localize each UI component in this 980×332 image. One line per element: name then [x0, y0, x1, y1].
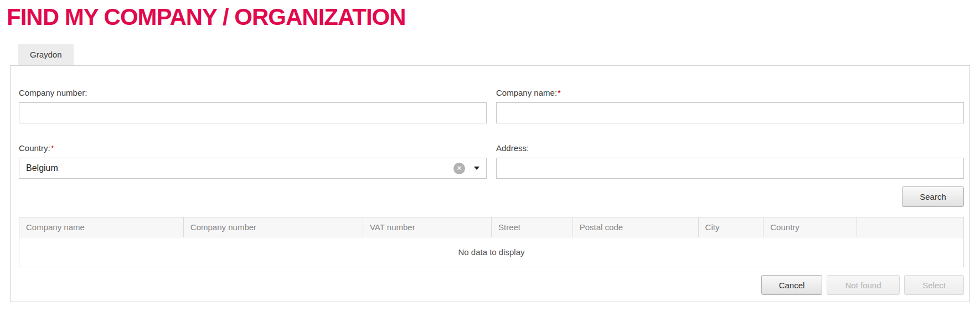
- country-label: Country:*: [19, 143, 487, 153]
- required-asterisk: *: [558, 88, 561, 97]
- field-company-name: Company name:*: [496, 88, 964, 123]
- column-header-company-name[interactable]: Company name: [19, 217, 184, 237]
- results-table: Company name Company number VAT number S…: [19, 217, 964, 267]
- empty-results-row: No data to display: [19, 237, 964, 267]
- field-address: Address:: [496, 143, 964, 179]
- cancel-button[interactable]: Cancel: [761, 275, 822, 295]
- required-asterisk: *: [51, 143, 54, 153]
- select-button[interactable]: Select: [904, 275, 964, 295]
- column-header-street[interactable]: Street: [491, 217, 572, 237]
- company-name-input[interactable]: [496, 102, 964, 123]
- company-name-label: Company name:*: [496, 88, 964, 97]
- page-title: FIND MY COMPANY / ORGANIZATION: [7, 6, 980, 29]
- search-button[interactable]: Search: [902, 186, 964, 207]
- company-number-label: Company number:: [19, 88, 487, 97]
- country-label-text: Country:: [19, 143, 50, 153]
- footer-button-row: Cancel Not found Select: [19, 275, 964, 295]
- field-country: Country:* Belgium ✕: [19, 143, 487, 179]
- not-found-button[interactable]: Not found: [827, 275, 900, 295]
- column-header-actions: [857, 217, 964, 237]
- address-input[interactable]: [496, 158, 964, 179]
- company-number-label-text: Company number:: [19, 88, 87, 97]
- country-combobox[interactable]: Belgium ✕: [19, 158, 487, 179]
- company-name-label-text: Company name:: [496, 88, 557, 97]
- search-panel: Company number: Company name:* Country:*…: [10, 65, 970, 302]
- chevron-down-icon[interactable]: [474, 167, 479, 170]
- column-header-country[interactable]: Country: [764, 217, 857, 237]
- tab-graydon[interactable]: Graydon: [18, 44, 74, 65]
- search-form: Company number: Company name:* Country:*…: [19, 88, 964, 179]
- column-header-postal-code[interactable]: Postal code: [572, 217, 698, 237]
- clear-selection-icon[interactable]: ✕: [453, 163, 465, 174]
- column-header-company-number[interactable]: Company number: [183, 217, 363, 237]
- search-button-row: Search: [19, 186, 964, 207]
- address-label-text: Address:: [496, 143, 529, 153]
- field-company-number: Company number:: [19, 88, 487, 123]
- results-header-row: Company name Company number VAT number S…: [19, 217, 964, 237]
- address-label: Address:: [496, 143, 964, 153]
- column-header-city[interactable]: City: [698, 217, 764, 237]
- country-selected-value: Belgium: [26, 163, 453, 173]
- tab-strip: Graydon: [18, 44, 980, 65]
- company-number-input[interactable]: [19, 102, 487, 123]
- no-data-message: No data to display: [19, 237, 964, 267]
- column-header-vat-number[interactable]: VAT number: [363, 217, 491, 237]
